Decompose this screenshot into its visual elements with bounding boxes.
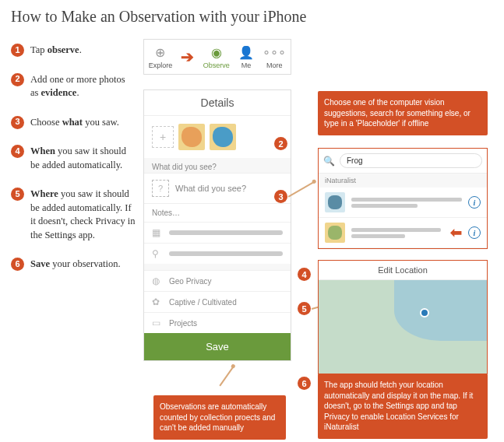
search-input[interactable] xyxy=(340,153,482,168)
what-section-label: What did you see? xyxy=(144,158,291,173)
photo-thumbnail[interactable] xyxy=(178,124,205,150)
photo-row: + xyxy=(144,116,291,158)
steps-list: 1Tap observe.2Add one or more photos as … xyxy=(11,44,136,287)
location-pin-icon xyxy=(420,308,429,317)
step-text: Tap observe. xyxy=(30,44,82,58)
projects-row[interactable]: ▭Projects xyxy=(144,312,291,333)
tab-more[interactable]: ∘∘∘More xyxy=(263,45,286,69)
details-header: Details xyxy=(144,90,291,116)
details-panel: Details + What did you see? ? What did y… xyxy=(143,89,291,361)
search-panel: 🔍 iNaturalist i ⬅ i xyxy=(318,148,488,249)
map-panel: Edit Location xyxy=(318,260,488,374)
step-text: Choose what you saw. xyxy=(30,116,119,130)
callout-2: 2 xyxy=(274,137,287,150)
step-text: Where you saw it should be added automat… xyxy=(30,188,136,242)
step-text: Add one or more photos as evidence. xyxy=(30,73,136,100)
pin-icon: ⚲ xyxy=(152,248,163,259)
question-icon: ? xyxy=(152,180,169,197)
tab-me[interactable]: 👤Me xyxy=(238,45,254,69)
photo-thumbnail[interactable] xyxy=(210,124,236,150)
callout-5: 5 xyxy=(298,302,311,315)
info-icon[interactable]: i xyxy=(468,196,481,209)
search-source-header: iNaturalist xyxy=(319,174,487,188)
step-number: 1 xyxy=(11,44,24,57)
step-item: 6Save your observation. xyxy=(11,258,136,272)
map-header: Edit Location xyxy=(319,261,487,280)
step-item: 1Tap observe. xyxy=(11,44,136,58)
arrow-left-icon: ⬅ xyxy=(450,224,462,241)
save-button[interactable]: Save xyxy=(144,333,291,360)
tip-location: The app should fetch your location autom… xyxy=(318,374,488,439)
step-text: Save your observation. xyxy=(30,258,121,272)
step-number: 3 xyxy=(11,116,24,129)
tab-explore[interactable]: ⊕Explore xyxy=(149,45,173,69)
geo-privacy-row[interactable]: ◍Geo Privacy xyxy=(144,270,291,291)
callout-4: 4 xyxy=(298,268,311,281)
callout-3: 3 xyxy=(274,190,287,203)
folder-icon: ▭ xyxy=(152,317,163,328)
step-item: 5Where you saw it should be added automa… xyxy=(11,188,136,242)
arrow-right-icon: ➔ xyxy=(181,47,194,66)
step-text: When you saw it should be added automati… xyxy=(30,145,136,172)
step-item: 2Add one or more photos as evidence. xyxy=(11,73,136,100)
step-number: 6 xyxy=(11,258,24,271)
date-row[interactable]: ▦ xyxy=(144,222,291,243)
tip-computer-vision: Choose one of the computer vision sugges… xyxy=(318,91,488,135)
captive-row[interactable]: ✿Captive / Cultivated xyxy=(144,291,291,312)
search-result[interactable]: i xyxy=(319,188,487,218)
camera-icon: ◉ xyxy=(211,45,222,60)
page-title: How to Make an Observation with your iPh… xyxy=(0,0,504,33)
tab-bar: ⊕Explore ➔ ◉Observe 👤Me ∘∘∘More xyxy=(143,39,291,75)
step-number: 5 xyxy=(11,188,24,201)
leaf-icon: ✿ xyxy=(152,296,163,307)
info-icon[interactable]: i xyxy=(468,226,481,239)
leader-line xyxy=(219,367,233,386)
step-item: 4When you saw it should be added automat… xyxy=(11,145,136,172)
result-thumbnail xyxy=(325,223,345,243)
location-row[interactable]: ⚲ xyxy=(144,243,291,264)
step-number: 4 xyxy=(11,145,24,158)
notes-label: Notes… xyxy=(144,204,291,222)
search-result[interactable]: ⬅ i xyxy=(319,218,487,248)
add-photo-button[interactable]: + xyxy=(152,126,174,148)
leader-line xyxy=(288,181,315,197)
calendar-icon: ▦ xyxy=(152,227,163,238)
globe-icon: ◍ xyxy=(152,275,163,286)
tab-observe[interactable]: ◉Observe xyxy=(203,45,230,69)
result-thumbnail xyxy=(325,192,345,212)
tip-projects: Observations are automatically counted b… xyxy=(153,395,286,440)
step-number: 2 xyxy=(11,73,24,86)
what-did-you-see-row[interactable]: ? What did you see? xyxy=(144,173,291,204)
globe-icon: ⊕ xyxy=(155,45,165,60)
person-icon: 👤 xyxy=(238,45,254,60)
more-icon: ∘∘∘ xyxy=(263,45,286,60)
callout-6: 6 xyxy=(298,377,311,390)
what-placeholder: What did you see? xyxy=(175,184,246,193)
search-icon: 🔍 xyxy=(323,156,335,167)
map-canvas[interactable] xyxy=(319,280,487,374)
search-bar: 🔍 xyxy=(319,149,487,174)
step-item: 3Choose what you saw. xyxy=(11,116,136,130)
